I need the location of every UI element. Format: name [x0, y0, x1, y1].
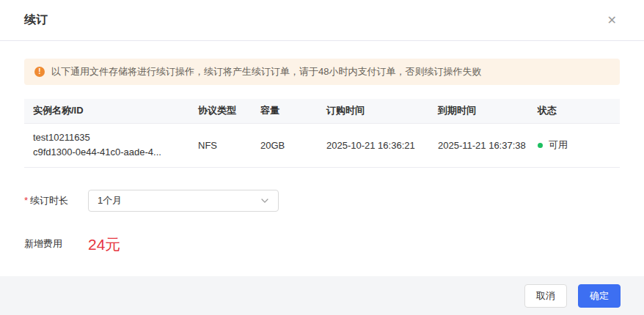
duration-select-value: 1个月 [98, 194, 122, 207]
required-asterisk: * [24, 195, 28, 206]
chevron-down-icon [260, 196, 269, 205]
cell-protocol: NFS [189, 123, 252, 167]
dialog-title: 续订 [24, 12, 48, 28]
table-header-row: 实例名称/ID 协议类型 容量 订购时间 到期时间 状态 [24, 99, 620, 123]
cell-capacity: 20GB [252, 123, 318, 167]
col-header-instance: 实例名称/ID [24, 99, 189, 123]
instance-id: c9fd1300-0e44-41c0-aade-4... [33, 145, 180, 160]
fee-row: 新增费用 24元 [24, 236, 620, 253]
fee-label: 新增费用 [24, 237, 88, 251]
fee-value: 24元 [88, 236, 120, 253]
col-header-status: 状态 [529, 99, 620, 123]
status-badge: 可用 [549, 138, 568, 152]
col-header-expire-time: 到期时间 [429, 99, 529, 123]
duration-row: *续订时长 1个月 [24, 190, 620, 212]
warning-circle-icon: ! [34, 67, 45, 77]
close-icon[interactable]: ✕ [604, 13, 620, 28]
cell-expire-time: 2025-11-21 16:37:38 [429, 123, 529, 167]
dialog-header: 续订 ✕ [0, 0, 644, 41]
col-header-capacity: 容量 [252, 99, 318, 123]
col-header-protocol: 协议类型 [189, 99, 252, 123]
duration-select[interactable]: 1个月 [88, 190, 279, 212]
instance-name: test10211635 [33, 130, 180, 145]
renew-dialog: 续订 ✕ ! 以下通用文件存储将进行续订操作，续订将产生续订订单，请于48小时内… [0, 0, 644, 315]
warning-text: 以下通用文件存储将进行续订操作，续订将产生续订订单，请于48小时内支付订单，否则… [51, 65, 481, 78]
cell-order-time: 2025-10-21 16:36:21 [318, 123, 429, 167]
dialog-footer: 取消 确定 [0, 276, 644, 315]
instance-table: 实例名称/ID 协议类型 容量 订购时间 到期时间 状态 test1021163… [24, 99, 620, 168]
renew-warning-banner: ! 以下通用文件存储将进行续订操作，续订将产生续订订单，请于48小时内支付订单，… [24, 59, 620, 85]
col-header-order-time: 订购时间 [318, 99, 429, 123]
cell-instance: test10211635 c9fd1300-0e44-41c0-aade-4..… [24, 123, 189, 167]
confirm-button[interactable]: 确定 [578, 284, 621, 308]
status-dot-icon [538, 143, 543, 148]
cell-status: 可用 [529, 123, 620, 167]
table-row: test10211635 c9fd1300-0e44-41c0-aade-4..… [24, 123, 620, 167]
cancel-button[interactable]: 取消 [524, 284, 567, 308]
dialog-body: ! 以下通用文件存储将进行续订操作，续订将产生续订订单，请于48小时内支付订单，… [0, 41, 644, 276]
duration-label: *续订时长 [24, 194, 88, 207]
